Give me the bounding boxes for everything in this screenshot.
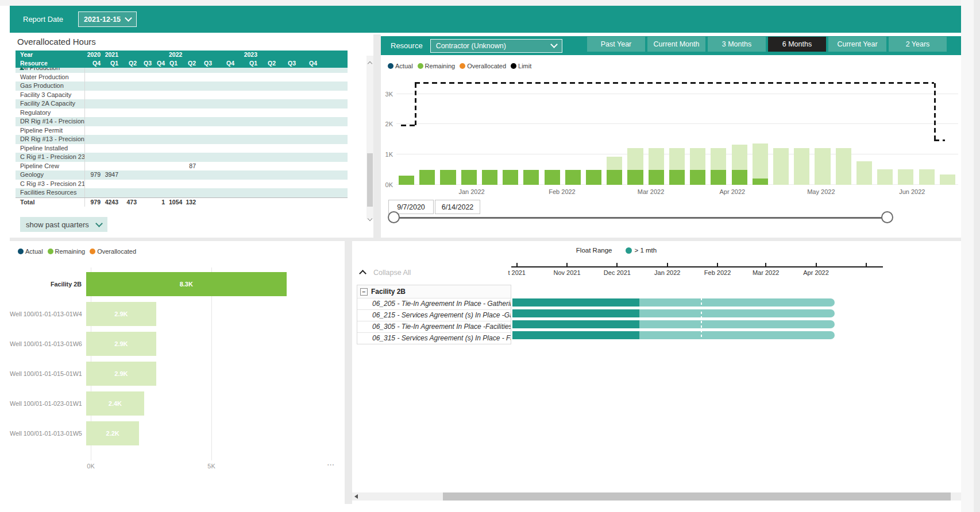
scrollbar-thumb[interactable] — [367, 153, 373, 207]
hours-value — [280, 82, 300, 91]
remaining-bar[interactable] — [856, 161, 872, 185]
table-row[interactable]: Pipeline Crew87 — [16, 162, 348, 171]
range-button-current-year[interactable]: Current Year — [828, 37, 886, 52]
value-bar[interactable]: 2.9K — [86, 332, 156, 356]
actual-bar[interactable] — [753, 179, 768, 185]
table-row[interactable]: DR Rig #14 - Precision 29 — [16, 117, 348, 126]
actual-bar[interactable] — [607, 170, 622, 185]
remaining-bar[interactable] — [815, 148, 830, 185]
remaining-bar[interactable] — [607, 157, 622, 169]
gantt-task-label[interactable]: 06_205 - Tie-In Agreement In Place - Gat… — [357, 298, 511, 309]
table-row[interactable]: Oil Production — [16, 68, 348, 73]
slider-track[interactable] — [395, 217, 886, 219]
actual-bar[interactable] — [690, 170, 705, 185]
table-row[interactable]: C Rig #1 - Precision 23 — [16, 153, 348, 162]
slider-handle-left[interactable] — [388, 211, 400, 223]
legend-dot-icon — [18, 249, 24, 254]
actual-bar[interactable] — [669, 170, 685, 185]
table-row[interactable]: Facility 3 Capacity — [16, 91, 348, 100]
table-row[interactable]: Facility 2A Capacity — [16, 99, 348, 108]
range-button-current-month[interactable]: Current Month — [647, 37, 705, 52]
hours-value — [105, 91, 122, 100]
table-row[interactable]: Facilities Resources — [16, 188, 348, 197]
remaining-bar[interactable] — [649, 148, 664, 170]
scroll-down-icon[interactable] — [368, 216, 372, 221]
value-bar[interactable]: 2.2K — [86, 421, 139, 445]
hours-value — [85, 162, 105, 171]
date-range-slider[interactable] — [388, 211, 893, 225]
gantt-task-label[interactable]: 06_315 - Services Agreement (s) In Place… — [357, 332, 511, 344]
table-row[interactable]: Geology9793947 — [16, 170, 348, 180]
collapse-all-button[interactable]: Collapse All — [360, 269, 411, 277]
actual-bar[interactable] — [545, 170, 560, 185]
value-bar[interactable]: 2.9K — [86, 362, 156, 386]
report-date-dropdown[interactable]: 2021-12-15 — [78, 11, 137, 27]
today-marker-line — [701, 298, 702, 340]
remaining-bar[interactable] — [898, 169, 913, 185]
value-bar[interactable]: 8.3K — [86, 272, 287, 296]
remaining-bar[interactable] — [690, 148, 705, 170]
actual-bar[interactable] — [627, 170, 643, 185]
slider-handle-right[interactable] — [881, 211, 893, 223]
table-row[interactable]: Pipeline Permit — [16, 126, 348, 135]
remaining-bar[interactable] — [836, 148, 851, 185]
table-row[interactable]: DR Rig #13 - Precision 28 — [16, 135, 348, 144]
hours-value — [261, 135, 280, 144]
remaining-bar[interactable] — [711, 148, 726, 170]
actual-bar[interactable] — [711, 170, 726, 185]
actual-bar[interactable] — [565, 170, 581, 185]
resource-dropdown[interactable]: Contractor (Unknown) — [430, 39, 562, 53]
table-row[interactable]: Pipeline Installed — [16, 144, 348, 153]
actual-bar[interactable] — [649, 170, 664, 185]
actual-bar[interactable] — [440, 170, 456, 185]
remaining-bar[interactable] — [627, 148, 643, 170]
gantt-bar[interactable] — [511, 309, 883, 317]
chart-legend: ActualRemainingOverallocated — [18, 248, 141, 255]
more-options-icon[interactable]: ⋯ — [327, 460, 335, 469]
scroll-up-icon[interactable] — [368, 61, 372, 66]
bar-value-label: 2.4K — [109, 400, 122, 407]
gantt-bar[interactable] — [511, 320, 883, 328]
remaining-bar[interactable] — [919, 169, 935, 185]
scroll-left-icon[interactable] — [354, 494, 358, 499]
gantt-bar[interactable] — [511, 298, 883, 307]
gantt-task-label[interactable]: 06_215 - Services Agreement (s) In Place… — [357, 309, 511, 321]
scrollbar-thumb[interactable] — [443, 492, 951, 501]
value-bar[interactable]: 2.9K — [86, 302, 156, 326]
actual-bar[interactable] — [586, 170, 601, 185]
gantt-group-row[interactable]: −Facility 2B — [357, 285, 511, 298]
range-button-2-years[interactable]: 2 Years — [889, 37, 947, 52]
table-scrollbar[interactable] — [366, 56, 373, 219]
actual-bar[interactable] — [732, 170, 747, 185]
actual-bar[interactable] — [503, 170, 518, 185]
collapse-group-icon[interactable]: − — [360, 288, 368, 296]
remaining-bar[interactable] — [753, 143, 768, 179]
table-row[interactable]: C Rig #3 - Precision 21 — [16, 180, 348, 189]
actual-bar[interactable] — [419, 170, 435, 185]
show-past-quarters-dropdown[interactable]: show past quarters — [20, 217, 107, 232]
value-bar[interactable]: 2.4K — [86, 391, 144, 416]
gantt-scrollbar[interactable] — [352, 492, 961, 501]
table-total-row[interactable]: Total979424347311054132 — [16, 197, 348, 207]
table-row[interactable]: Gas Production — [16, 82, 348, 91]
actual-bar[interactable] — [482, 170, 497, 185]
remaining-bar[interactable] — [669, 148, 685, 170]
actual-bar[interactable] — [461, 170, 477, 185]
page-scrollbar[interactable] — [974, 0, 980, 512]
legend-label: Actual — [395, 63, 413, 69]
remaining-bar[interactable] — [877, 169, 893, 185]
remaining-bar[interactable] — [940, 174, 955, 185]
table-row[interactable]: Water Production — [16, 73, 348, 82]
range-button-6-months[interactable]: 6 Months — [768, 37, 826, 52]
gantt-task-label[interactable]: 06_305 - Tie-In Agreement In Place -Faci… — [357, 321, 511, 332]
remaining-bar[interactable] — [794, 148, 809, 185]
range-button-3-months[interactable]: 3 Months — [708, 37, 766, 52]
remaining-bar[interactable] — [773, 148, 789, 185]
actual-bar[interactable] — [399, 176, 414, 185]
remaining-bar[interactable] — [732, 145, 747, 169]
resource-name: DR Rig #13 - Precision 28 — [16, 135, 85, 144]
table-row[interactable]: Regulatory — [16, 108, 348, 118]
gantt-bar[interactable] — [511, 331, 883, 339]
range-button-past-year[interactable]: Past Year — [587, 37, 645, 52]
actual-bar[interactable] — [523, 170, 539, 185]
